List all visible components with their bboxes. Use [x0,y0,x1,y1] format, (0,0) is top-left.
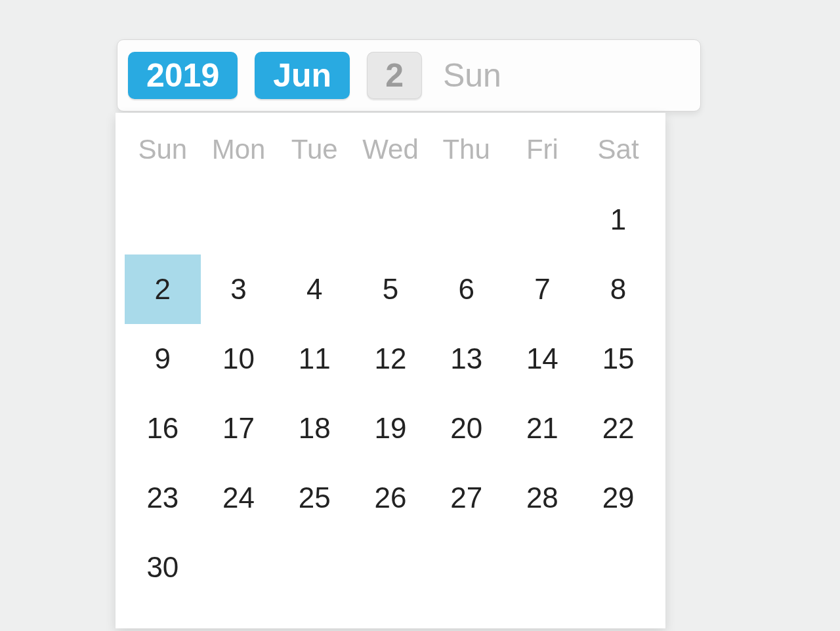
calendar-day-label: 10 [201,325,276,393]
calendar-row: 9101112131415 [125,324,656,394]
calendar-day-label: 4 [277,255,352,323]
calendar-day[interactable]: 25 [276,463,352,533]
calendar-empty-cell [276,533,352,602]
calendar-day[interactable]: 28 [505,463,581,533]
calendar-day-label: 23 [125,464,200,532]
calendar-day[interactable]: 13 [429,324,505,394]
calendar-day[interactable]: 24 [201,463,277,533]
calendar-day-label: 26 [353,464,428,532]
calendar-day[interactable]: 1 [580,185,656,254]
calendar-day-label: 30 [125,533,200,601]
dow-header: Fri [505,129,581,185]
calendar-empty-cell [429,185,505,254]
calendar-day-label: 7 [505,255,580,323]
calendar-day-label: 16 [125,394,200,462]
calendar-row: 1 [125,185,656,254]
calendar-header-row: Sun Mon Tue Wed Thu Fri Sat [125,129,656,185]
calendar-empty-cell [276,185,352,254]
calendar-day[interactable]: 4 [276,254,352,324]
calendar-day-label: 25 [277,464,352,532]
calendar-day[interactable]: 14 [505,324,581,394]
calendar-day[interactable]: 11 [276,324,352,394]
calendar-day-label: 20 [429,394,504,462]
calendar-day[interactable]: 3 [201,254,277,324]
calendar-day[interactable]: 8 [580,254,656,324]
calendar-day[interactable]: 12 [352,324,429,394]
dow-header: Sun [125,129,201,185]
calendar-day[interactable]: 30 [125,533,201,602]
calendar-day-label: 19 [353,394,428,462]
dow-header: Mon [201,129,277,185]
calendar-day[interactable]: 26 [352,463,429,533]
calendar-day[interactable]: 20 [429,394,505,463]
calendar-day-label: 13 [429,325,504,393]
calendar-popup: Sun Mon Tue Wed Thu Fri Sat 123456789101… [116,113,665,628]
calendar-day[interactable]: 2 [125,254,201,324]
calendar-empty-cell [505,185,581,254]
calendar-day-label: 17 [201,394,276,462]
calendar-empty-cell [201,185,277,254]
month-button[interactable]: Jun [255,52,350,99]
calendar-empty-cell [429,533,505,602]
calendar-empty-cell [352,185,429,254]
year-button[interactable]: 2019 [128,52,238,99]
calendar-day[interactable]: 29 [580,463,656,533]
calendar-day[interactable]: 19 [352,394,429,463]
calendar-day[interactable]: 6 [429,254,505,324]
calendar-day[interactable]: 9 [125,324,201,394]
dow-header: Tue [276,129,352,185]
calendar-day-label: 14 [505,325,580,393]
calendar-day-label: 27 [429,464,504,532]
calendar-day[interactable]: 16 [125,394,201,463]
calendar-day-label: 29 [581,464,656,532]
calendar-day[interactable]: 27 [429,463,505,533]
calendar-day-label: 18 [277,394,352,462]
calendar-day-label: 12 [353,325,428,393]
calendar-grid: Sun Mon Tue Wed Thu Fri Sat 123456789101… [125,129,656,602]
calendar-day[interactable]: 10 [201,324,277,394]
calendar-day-label: 21 [505,394,580,462]
calendar-day-label: 24 [201,464,276,532]
calendar-empty-cell [125,185,201,254]
day-button[interactable]: 2 [367,52,422,99]
date-picker-bar: 2019 Jun 2 Sun [117,39,701,112]
calendar-day[interactable]: 7 [505,254,581,324]
calendar-day-label: 22 [581,394,656,462]
calendar-empty-cell [352,533,429,602]
calendar-day[interactable]: 18 [276,394,352,463]
calendar-day-label: 6 [429,255,504,323]
calendar-day[interactable]: 17 [201,394,277,463]
calendar-day-label: 5 [353,255,428,323]
calendar-row: 2345678 [125,254,656,324]
calendar-empty-cell [580,533,656,602]
calendar-day-label: 2 [125,255,200,323]
calendar-day-label: 28 [505,464,580,532]
calendar-day-label: 11 [277,325,352,393]
calendar-day[interactable]: 23 [125,463,201,533]
day-of-week-label: Sun [439,56,501,94]
calendar-day-label: 9 [125,325,200,393]
calendar-day[interactable]: 5 [352,254,429,324]
calendar-empty-cell [201,533,277,602]
calendar-day[interactable]: 21 [505,394,581,463]
calendar-day[interactable]: 22 [580,394,656,463]
dow-header: Wed [352,129,429,185]
calendar-day[interactable]: 15 [580,324,656,394]
calendar-empty-cell [505,533,581,602]
calendar-row: 16171819202122 [125,394,656,463]
dow-header: Sat [580,129,656,185]
calendar-day-label: 8 [581,255,656,323]
calendar-day-label: 1 [581,186,656,254]
calendar-body: 1234567891011121314151617181920212223242… [125,185,656,602]
calendar-row: 30 [125,533,656,602]
calendar-day-label: 3 [201,255,276,323]
calendar-row: 23242526272829 [125,463,656,533]
dow-header: Thu [429,129,505,185]
calendar-day-label: 15 [581,325,656,393]
